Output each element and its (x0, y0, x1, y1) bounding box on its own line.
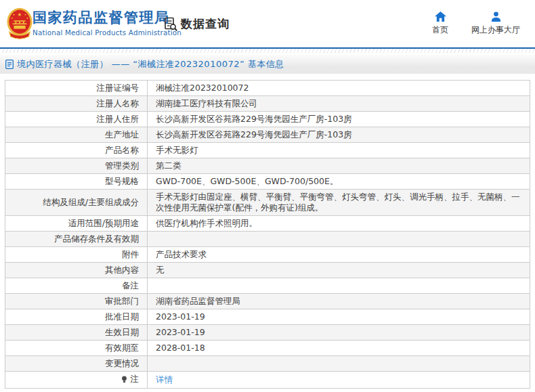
row-label: 有效期至 (5, 341, 148, 356)
table-row: 型号规格 GWD-700E、GWD-500E、GWD-700/500E。 (5, 174, 530, 190)
row-label-text: 批准日期 (105, 311, 139, 322)
row-value: 长沙高新开发区谷苑路229号海凭园生产厂房-103房 (148, 127, 530, 143)
row-label: 产品储存条件及有效期 (5, 232, 148, 247)
row-value (148, 278, 530, 294)
row-label-text: 审批部门 (105, 296, 139, 306)
row-label-text: 注册人名称 (97, 98, 140, 108)
row-value: 湘械注准20232010072 (148, 81, 530, 96)
org-name-en: National Medical Products Administration (33, 28, 181, 37)
table-row: 管理类别 第二类 (5, 158, 530, 174)
row-label-text: 管理类别 (105, 160, 139, 171)
nav-online-service-hall[interactable]: 网上办事大厅 (471, 12, 520, 36)
row-label-text: 产品名称 (105, 145, 139, 155)
row-label: 注 (5, 372, 148, 389)
row-label: 生产地址 (5, 127, 148, 143)
row-label-text: 有效期至 (105, 343, 139, 353)
bulb-icon (121, 375, 127, 386)
table-row: 产品储存条件及有效期 (5, 232, 530, 247)
svg-text:★: ★ (18, 12, 22, 18)
row-value: 湖南省药品监督管理局 (148, 294, 530, 309)
row-label: 附件 (5, 247, 148, 263)
row-label: 其他内容 (5, 263, 148, 278)
row-value: 2028-01-18 (148, 341, 530, 356)
table-row: 附件 产品技术要求 (5, 247, 530, 263)
row-label-text: 结构及组成/主要组成成分 (43, 197, 139, 207)
row-label-text: 注册证编号 (97, 83, 140, 93)
nav-home[interactable]: 首页 (432, 12, 448, 36)
detail-link[interactable]: 详情 (156, 374, 173, 385)
row-label: 注册人住所 (5, 112, 148, 127)
row-value: GWD-700E、GWD-500E、GWD-700/500E。 (148, 174, 530, 190)
row-value: 2023-01-19 (148, 325, 530, 341)
row-value: 长沙高新开发区谷苑路229号海凭园生产厂房-103房 (148, 112, 530, 127)
row-value: 无 (148, 263, 530, 278)
row-label-text: 型号规格 (105, 176, 139, 186)
row-label: 备注 (5, 278, 148, 294)
row-label: 管理类别 (5, 158, 148, 174)
header-nav: 首页 网上办事大厅 (432, 12, 520, 36)
row-label: 审批部门 (5, 294, 148, 309)
table-row: 生效日期 2023-01-19 (5, 325, 530, 341)
row-value: 湖南捷工医疗科技有限公司 (148, 96, 530, 112)
home-icon (435, 12, 446, 22)
hatch-strip (0, 49, 535, 53)
row-label-text: 适用范围/预期用途 (68, 218, 139, 228)
table-row: 其他内容 无 (5, 263, 530, 278)
table-row: 注册人名称 湖南捷工医疗科技有限公司 (5, 96, 530, 112)
org-names: 国家药品监督管理局 National Medical Products Admi… (33, 9, 181, 37)
section-label: 数据查询 (181, 16, 230, 32)
row-label-text: 产品储存条件及有效期 (54, 234, 139, 244)
nav-home-label: 首页 (432, 24, 448, 36)
national-emblem-logo: ★ ★ ★ ★ ★ (7, 7, 33, 39)
document-icon (5, 60, 14, 69)
table-row: 产品名称 手术无影灯 (5, 143, 530, 158)
row-value: 产品技术要求 (148, 247, 530, 263)
breadcrumb: 境内医疗器械（注册） —— “湘械注准20232010072” 基本信息 (0, 55, 535, 74)
row-label-text: 生效日期 (105, 327, 139, 337)
row-value: 手术无影灯由固定座、横臂、平衡臂、平衡弯管、灯头弯管、灯头、调光手柄、拉手、无菌… (148, 190, 530, 216)
table-row: 审批部门 湖南省药品监督管理局 (5, 294, 530, 309)
table-row: 适用范围/预期用途 供医疗机构作手术照明用。 (5, 216, 530, 232)
row-label-text: 注 (131, 374, 140, 384)
row-value: 2023-01-19 (148, 309, 530, 325)
org-name-cn: 国家药品监督管理局 (33, 9, 181, 26)
row-value: 第二类 (148, 158, 530, 174)
table-row: 注册证编号 湘械注准20232010072 (5, 81, 530, 96)
row-label: 注册证编号 (5, 81, 148, 96)
document-search-icon (163, 16, 179, 32)
data-query-section: 数据查询 (163, 16, 230, 32)
page: ★ ★ ★ ★ ★ 国家药品监督管理局 National Medical Pro… (0, 0, 535, 392)
row-label-text: 生产地址 (105, 129, 139, 139)
table-row: 变更情况 (5, 356, 530, 372)
svg-text:★: ★ (13, 13, 16, 16)
svg-text:★: ★ (11, 16, 14, 20)
row-label-text: 其他内容 (105, 265, 139, 275)
row-label: 变更情况 (5, 356, 148, 372)
svg-text:★: ★ (26, 16, 29, 20)
row-label-text: 备注 (122, 280, 139, 290)
row-label: 产品名称 (5, 143, 148, 158)
svg-text:★: ★ (24, 13, 27, 16)
table-row: 生产地址 长沙高新开发区谷苑路229号海凭园生产厂房-103房 (5, 127, 530, 143)
row-value: 手术无影灯 (148, 143, 530, 158)
row-label: 批准日期 (5, 309, 148, 325)
table-row: 备注 (5, 278, 530, 294)
row-label: 型号规格 (5, 174, 148, 190)
row-label: 生效日期 (5, 325, 148, 341)
table-row: 注 详情 (5, 372, 530, 389)
row-label: 注册人名称 (5, 96, 148, 112)
row-value: 供医疗机构作手术照明用。 (148, 216, 530, 232)
registration-table-body: 注册证编号 湘械注准20232010072 注册人名称 湖南捷工医疗科技有限公司 (5, 81, 530, 389)
site-header: ★ ★ ★ ★ ★ 国家药品监督管理局 National Medical Pro… (0, 0, 535, 47)
row-value (148, 356, 530, 372)
table-row: 批准日期 2023-01-19 (5, 309, 530, 325)
nav-hall-label: 网上办事大厅 (471, 24, 520, 36)
row-label-text: 附件 (122, 249, 139, 259)
row-value: 详情 (148, 372, 530, 389)
table-row: 有效期至 2028-01-18 (5, 341, 530, 356)
table-row: 注册人住所 长沙高新开发区谷苑路229号海凭园生产厂房-103房 (5, 112, 530, 127)
registration-info-table: 注册证编号 湘械注准20232010072 注册人名称 湖南捷工医疗科技有限公司 (5, 80, 530, 389)
row-label-text: 注册人住所 (97, 114, 140, 124)
row-label: 结构及组成/主要组成成分 (5, 190, 148, 216)
row-value (148, 232, 530, 247)
